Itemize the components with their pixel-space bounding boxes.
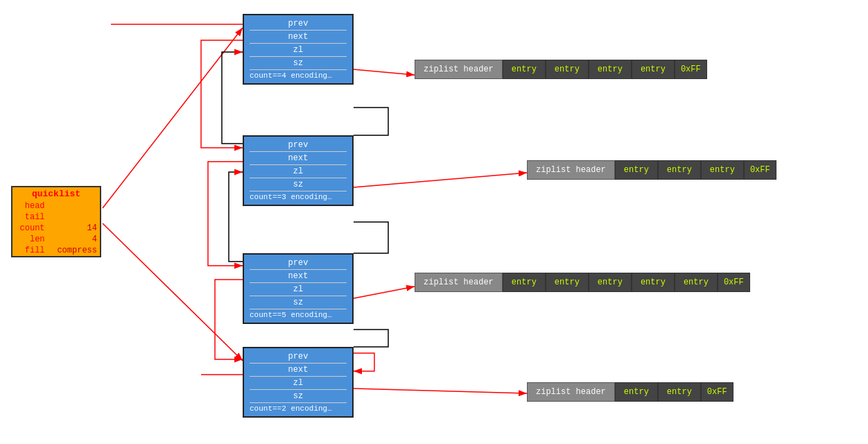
- node-row: zl: [250, 44, 347, 56]
- divider: [250, 309, 347, 309]
- node-label: sz: [250, 391, 347, 401]
- ziplist-2: ziplist header entry entry entry entry e…: [415, 273, 750, 292]
- node-label: zl: [250, 166, 347, 176]
- ziplist-entry: entry: [658, 382, 701, 402]
- divider: [250, 282, 347, 283]
- divider: [250, 191, 347, 191]
- field-val: compress: [48, 245, 100, 256]
- node-label: sz: [250, 58, 347, 68]
- divider: [250, 69, 347, 70]
- diagram-container: quicklist head tail count 14 len 4 fill …: [0, 0, 868, 444]
- ziplist-entry: entry: [632, 60, 675, 79]
- ziplist-entry: entry: [546, 273, 589, 292]
- divider: [250, 402, 347, 403]
- qnode-2: prev next zl sz count==5 encoding…: [243, 253, 354, 324]
- node-row: next: [250, 31, 347, 42]
- divider: [250, 151, 347, 152]
- node-label: prev: [250, 258, 347, 268]
- ziplist-1: ziplist header entry entry entry 0xFF: [527, 160, 776, 180]
- node-label: zl: [250, 45, 347, 55]
- ziplist-entry: entry: [503, 60, 546, 79]
- divider: [250, 269, 347, 270]
- list-item: count 14: [12, 223, 100, 234]
- field-key: len: [12, 234, 48, 245]
- field-val: 14: [48, 223, 100, 234]
- qnode-3: prev next zl sz count==2 encoding…: [243, 347, 354, 418]
- divider: [250, 296, 347, 296]
- list-item: head: [12, 200, 100, 212]
- ziplist-entry: entry: [615, 382, 658, 402]
- ziplist-entry: entry: [701, 160, 744, 180]
- list-item: len 4: [12, 234, 100, 245]
- node-row: zl: [250, 284, 347, 295]
- node-label: next: [250, 365, 347, 375]
- quicklist-title: quicklist: [12, 187, 100, 200]
- node-row: sz: [250, 58, 347, 69]
- field-key: tail: [12, 212, 48, 223]
- node-row: zl: [250, 166, 347, 177]
- node-label: sz: [250, 298, 347, 307]
- divider: [250, 30, 347, 31]
- divider: [250, 43, 347, 44]
- svg-line-3: [103, 223, 243, 361]
- field-val: 4: [48, 234, 100, 245]
- qnode-1: prev next zl sz count==3 encoding…: [243, 135, 354, 206]
- node-row: sz: [250, 391, 347, 402]
- node-bottom: count==4 encoding…: [250, 71, 347, 80]
- node-row: prev: [250, 257, 347, 268]
- divider: [250, 56, 347, 57]
- node-label: next: [250, 153, 347, 163]
- qnode-0: prev next zl sz count==4 encoding…: [243, 14, 354, 85]
- node-row: zl: [250, 377, 347, 388]
- svg-line-6: [354, 287, 415, 298]
- node-row: prev: [250, 139, 347, 151]
- ziplist-end: 0xFF: [744, 160, 776, 180]
- node-label: prev: [250, 19, 347, 28]
- node-row: sz: [250, 297, 347, 308]
- field-val: [48, 212, 100, 223]
- ziplist-entry: entry: [632, 273, 675, 292]
- node-bottom: count==3 encoding…: [250, 192, 347, 202]
- node-row: sz: [250, 179, 347, 190]
- list-item: fill compress: [12, 245, 100, 256]
- ziplist-header: ziplist header: [415, 273, 503, 292]
- ziplist-header: ziplist header: [527, 382, 615, 402]
- node-row: next: [250, 153, 347, 164]
- ziplist-entry: entry: [615, 160, 658, 180]
- ziplist-header: ziplist header: [415, 60, 503, 79]
- ziplist-header: ziplist header: [527, 160, 615, 180]
- list-item: tail: [12, 212, 100, 223]
- quicklist-table: head tail count 14 len 4 fill compress: [12, 200, 100, 256]
- ziplist-3: ziplist header entry entry 0xFF: [527, 382, 734, 402]
- ziplist-entry: entry: [589, 60, 632, 79]
- field-key: head: [12, 200, 48, 212]
- svg-line-2: [103, 28, 243, 208]
- ziplist-entry: entry: [546, 60, 589, 79]
- node-label: sz: [250, 180, 347, 189]
- svg-line-5: [354, 173, 527, 187]
- divider: [250, 363, 347, 364]
- ziplist-entry: entry: [658, 160, 701, 180]
- node-label: next: [250, 32, 347, 42]
- node-bottom: count==5 encoding…: [250, 310, 347, 320]
- ziplist-end: 0xFF: [718, 273, 750, 292]
- divider: [250, 164, 347, 165]
- field-key: count: [12, 223, 48, 234]
- node-row: prev: [250, 18, 347, 29]
- divider: [250, 178, 347, 178]
- divider: [250, 376, 347, 377]
- node-label: prev: [250, 140, 347, 150]
- divider: [250, 389, 347, 390]
- field-key: fill: [12, 245, 48, 256]
- quicklist-box: quicklist head tail count 14 len 4 fill …: [11, 186, 101, 257]
- field-val: [48, 200, 100, 212]
- node-row: next: [250, 271, 347, 282]
- node-row: next: [250, 364, 347, 375]
- ziplist-0: ziplist header entry entry entry entry 0…: [415, 60, 707, 79]
- ziplist-end: 0xFF: [675, 60, 707, 79]
- svg-line-7: [354, 388, 527, 393]
- node-row: prev: [250, 351, 347, 362]
- node-label: zl: [250, 284, 347, 294]
- ziplist-entry: entry: [589, 273, 632, 292]
- ziplist-entry: entry: [503, 273, 546, 292]
